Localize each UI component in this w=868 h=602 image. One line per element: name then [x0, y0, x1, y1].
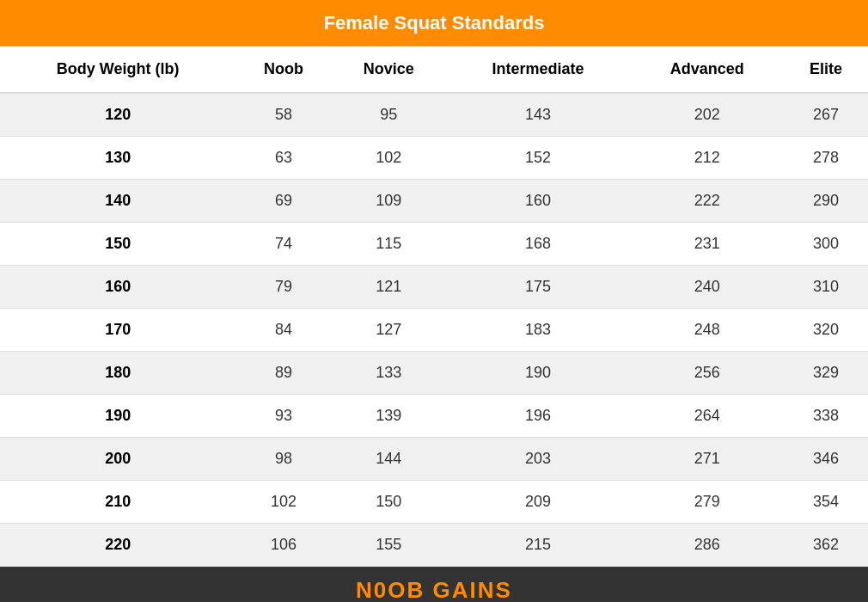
cell-intermediate: 203 [446, 438, 630, 481]
cell-noob: 102 [235, 481, 331, 524]
cell-advanced: 279 [630, 481, 784, 524]
cell-elite: 290 [784, 180, 868, 223]
table-row: 19093139196264338 [0, 395, 868, 438]
cell-intermediate: 183 [446, 309, 630, 352]
logo-ob: OB [388, 577, 425, 602]
cell-elite: 300 [784, 223, 868, 266]
col-intermediate: Intermediate [446, 46, 630, 93]
table-row: 220106155215286362 [0, 524, 868, 567]
cell-novice: 115 [332, 223, 446, 266]
cell-novice: 109 [332, 180, 446, 223]
cell-bodyweight: 120 [0, 93, 235, 137]
cell-bodyweight: 130 [0, 137, 235, 180]
cell-intermediate: 143 [446, 93, 630, 137]
cell-advanced: 231 [630, 223, 784, 266]
cell-intermediate: 196 [446, 395, 630, 438]
cell-advanced: 212 [630, 137, 784, 180]
table-title: Female Squat Standards [0, 0, 868, 46]
table-row: 20098144203271346 [0, 438, 868, 481]
cell-bodyweight: 160 [0, 266, 235, 309]
cell-noob: 74 [235, 223, 331, 266]
table-row: 1205895143202267 [0, 93, 868, 137]
cell-noob: 93 [235, 395, 331, 438]
cell-noob: 106 [235, 524, 331, 567]
cell-novice: 144 [332, 438, 446, 481]
cell-intermediate: 215 [446, 524, 630, 567]
cell-novice: 102 [332, 137, 446, 180]
cell-novice: 155 [332, 524, 446, 567]
cell-noob: 63 [235, 137, 331, 180]
cell-elite: 362 [784, 524, 868, 567]
cell-advanced: 286 [630, 524, 784, 567]
cell-elite: 267 [784, 93, 868, 137]
cell-intermediate: 209 [446, 481, 630, 524]
cell-elite: 346 [784, 438, 868, 481]
table-row: 210102150209279354 [0, 481, 868, 524]
cell-intermediate: 190 [446, 352, 630, 395]
cell-elite: 310 [784, 266, 868, 309]
footer: N0OB GAINS [0, 567, 868, 602]
cell-novice: 133 [332, 352, 446, 395]
cell-elite: 338 [784, 395, 868, 438]
table-row: 17084127183248320 [0, 309, 868, 352]
table-container: Female Squat Standards Body Weight (lb) … [0, 0, 868, 567]
col-advanced: Advanced [630, 46, 784, 93]
cell-advanced: 256 [630, 352, 784, 395]
cell-noob: 84 [235, 309, 331, 352]
col-noob: Noob [235, 46, 331, 93]
cell-advanced: 248 [630, 309, 784, 352]
cell-bodyweight: 210 [0, 481, 235, 524]
cell-bodyweight: 180 [0, 352, 235, 395]
table-row: 16079121175240310 [0, 266, 868, 309]
cell-advanced: 202 [630, 93, 784, 137]
table-body: 1205895143202267130631021522122781406910… [0, 93, 868, 567]
cell-bodyweight: 140 [0, 180, 235, 223]
cell-novice: 95 [332, 93, 446, 137]
cell-noob: 98 [235, 438, 331, 481]
cell-novice: 121 [332, 266, 446, 309]
col-elite: Elite [784, 46, 868, 93]
cell-bodyweight: 200 [0, 438, 235, 481]
cell-noob: 69 [235, 180, 331, 223]
cell-bodyweight: 150 [0, 223, 235, 266]
cell-noob: 89 [235, 352, 331, 395]
cell-novice: 150 [332, 481, 446, 524]
col-novice: Novice [332, 46, 446, 93]
table-row: 15074115168231300 [0, 223, 868, 266]
cell-elite: 320 [784, 309, 868, 352]
table-row: 13063102152212278 [0, 137, 868, 180]
cell-elite: 354 [784, 481, 868, 524]
cell-noob: 79 [235, 266, 331, 309]
cell-advanced: 264 [630, 395, 784, 438]
cell-advanced: 271 [630, 438, 784, 481]
cell-intermediate: 152 [446, 137, 630, 180]
footer-logo: N0OB GAINS [0, 577, 868, 602]
cell-novice: 139 [332, 395, 446, 438]
cell-advanced: 222 [630, 180, 784, 223]
cell-elite: 329 [784, 352, 868, 395]
table-row: 14069109160222290 [0, 180, 868, 223]
squat-standards-table: Body Weight (lb) Noob Novice Intermediat… [0, 46, 868, 567]
table-header-row: Body Weight (lb) Noob Novice Intermediat… [0, 46, 868, 93]
col-bodyweight: Body Weight (lb) [0, 46, 235, 93]
cell-intermediate: 160 [446, 180, 630, 223]
cell-novice: 127 [332, 309, 446, 352]
cell-bodyweight: 220 [0, 524, 235, 567]
cell-intermediate: 168 [446, 223, 630, 266]
logo-gains: GAINS [433, 577, 512, 602]
cell-noob: 58 [235, 93, 331, 137]
cell-advanced: 240 [630, 266, 784, 309]
cell-bodyweight: 170 [0, 309, 235, 352]
cell-intermediate: 175 [446, 266, 630, 309]
cell-elite: 278 [784, 137, 868, 180]
table-row: 18089133190256329 [0, 352, 868, 395]
cell-bodyweight: 190 [0, 395, 235, 438]
logo-zero: 0 [374, 577, 388, 602]
